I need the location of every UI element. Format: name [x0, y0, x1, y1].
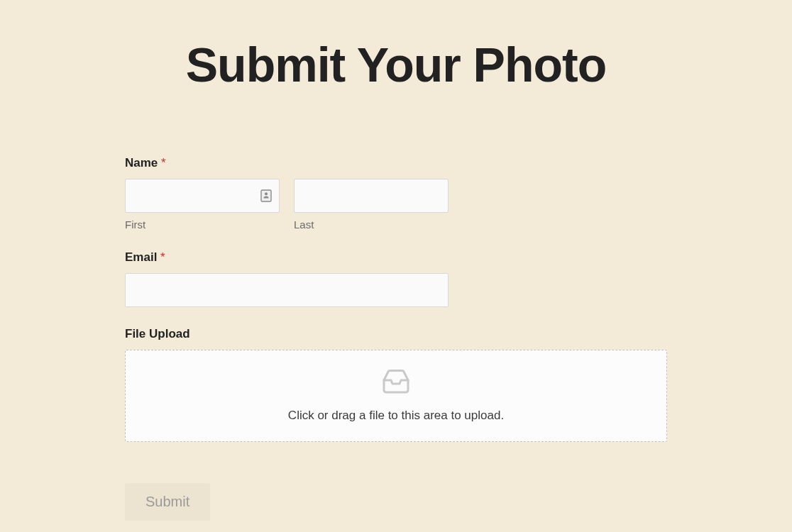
email-input[interactable]: [125, 273, 449, 307]
dropzone-text: Click or drag a file to this area to upl…: [288, 409, 504, 423]
contact-card-icon: [260, 189, 273, 203]
photo-submit-form: Name * First: [125, 156, 667, 521]
page-title: Submit Your Photo: [14, 37, 778, 92]
email-label: Email *: [125, 250, 667, 265]
last-name-input[interactable]: [294, 179, 449, 213]
svg-rect-0: [261, 190, 271, 201]
last-name-column: Last: [294, 179, 449, 231]
file-upload-label: File Upload: [125, 327, 667, 341]
page-container: Submit Your Photo Name *: [0, 37, 792, 532]
submit-button[interactable]: Submit: [125, 483, 210, 521]
email-field-group: Email *: [125, 250, 667, 307]
email-label-text: Email: [125, 250, 157, 264]
file-upload-field-group: File Upload Click or drag a file to this…: [125, 327, 667, 442]
required-asterisk: *: [161, 156, 166, 170]
file-dropzone[interactable]: Click or drag a file to this area to upl…: [125, 350, 667, 442]
first-name-wrapper: [125, 179, 280, 213]
inbox-icon: [380, 369, 412, 397]
svg-point-1: [265, 192, 268, 195]
required-asterisk: *: [160, 250, 165, 264]
name-label-text: Name: [125, 156, 158, 170]
name-row: First Last: [125, 179, 667, 231]
first-name-input[interactable]: [125, 179, 280, 213]
name-label: Name *: [125, 156, 667, 170]
name-field-group: Name * First: [125, 156, 667, 231]
first-name-sublabel: First: [125, 218, 280, 231]
last-name-sublabel: Last: [294, 218, 449, 231]
first-name-column: First: [125, 179, 280, 231]
